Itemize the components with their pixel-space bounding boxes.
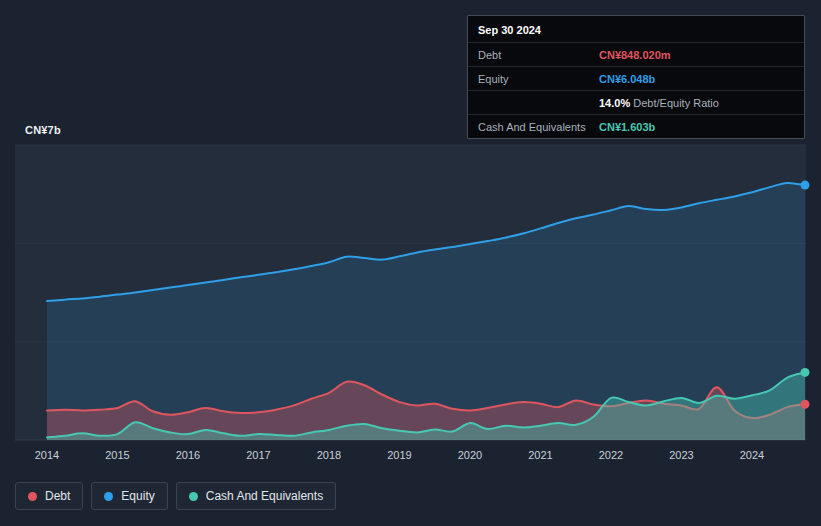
x-tick: 2022 bbox=[591, 449, 631, 461]
equity-latest-point bbox=[801, 181, 810, 190]
legend-cash-label: Cash And Equivalents bbox=[206, 489, 323, 503]
tooltip-ratio-percent: 14.0% bbox=[599, 97, 630, 109]
legend-equity-label: Equity bbox=[121, 489, 154, 503]
cash-dot-icon bbox=[189, 492, 198, 501]
x-tick: 2015 bbox=[98, 449, 138, 461]
x-tick: 2017 bbox=[239, 449, 279, 461]
x-tick: 2020 bbox=[450, 449, 490, 461]
chart-tooltip: Sep 30 2024 Debt CN¥848.020m Equity CN¥6… bbox=[467, 15, 805, 139]
cash-and-equivalents-latest-point bbox=[801, 368, 810, 377]
debt-equity-history-card: CN¥7b CN¥0 2014 2015 2016 2017 2018 2019… bbox=[0, 0, 821, 526]
tooltip-debt-value: CN¥848.020m bbox=[599, 49, 671, 61]
legend-item-cash[interactable]: Cash And Equivalents bbox=[176, 482, 336, 510]
x-tick: 2023 bbox=[662, 449, 702, 461]
tooltip-equity-row: Equity CN¥6.048b bbox=[468, 66, 804, 90]
legend-debt-label: Debt bbox=[45, 489, 70, 503]
tooltip-cash-value: CN¥1.603b bbox=[599, 121, 655, 133]
tooltip-cash-label: Cash And Equivalents bbox=[478, 121, 599, 133]
x-tick: 2014 bbox=[27, 449, 67, 461]
legend-item-equity[interactable]: Equity bbox=[91, 482, 167, 510]
tooltip-date: Sep 30 2024 bbox=[468, 16, 804, 42]
x-tick: 2016 bbox=[168, 449, 208, 461]
debt-latest-point bbox=[801, 400, 810, 409]
tooltip-ratio-label: Debt/Equity Ratio bbox=[633, 97, 719, 109]
chart-legend: Debt Equity Cash And Equivalents bbox=[15, 482, 336, 510]
x-tick: 2018 bbox=[309, 449, 349, 461]
tooltip-equity-value: CN¥6.048b bbox=[599, 73, 655, 85]
tooltip-cash-row: Cash And Equivalents CN¥1.603b bbox=[468, 114, 804, 138]
tooltip-equity-label: Equity bbox=[478, 73, 599, 85]
x-tick: 2019 bbox=[380, 449, 420, 461]
x-tick: 2024 bbox=[732, 449, 772, 461]
tooltip-ratio-row: 14.0% Debt/Equity Ratio bbox=[468, 90, 804, 114]
legend-item-debt[interactable]: Debt bbox=[15, 482, 83, 510]
debt-dot-icon bbox=[28, 492, 37, 501]
x-axis: 2014 2015 2016 2017 2018 2019 2020 2021 … bbox=[0, 449, 821, 463]
tooltip-ratio-value: 14.0% Debt/Equity Ratio bbox=[599, 97, 719, 109]
tooltip-debt-row: Debt CN¥848.020m bbox=[468, 42, 804, 66]
tooltip-debt-label: Debt bbox=[478, 49, 599, 61]
x-tick: 2021 bbox=[521, 449, 561, 461]
equity-dot-icon bbox=[104, 492, 113, 501]
